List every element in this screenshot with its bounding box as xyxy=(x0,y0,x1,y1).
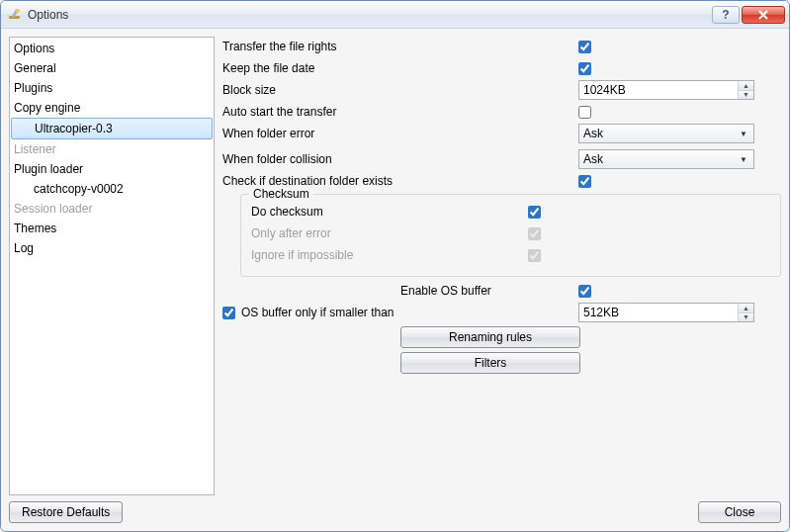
input-block-size[interactable] xyxy=(579,81,738,99)
label-os-buffer-smaller: OS buffer only if smaller than xyxy=(241,306,395,319)
row-os-buffer-smaller: OS buffer only if smaller than ▲▼ xyxy=(222,303,781,322)
checkbox-keep-date[interactable] xyxy=(578,62,591,75)
dropdown-folder-collision[interactable]: Ask xyxy=(578,149,754,169)
groupbox-checksum: Checksum Do checksum Only after error Ig… xyxy=(240,194,781,277)
label-only-after-error: Only after error xyxy=(251,226,528,240)
sidebar-item-options[interactable]: Options xyxy=(10,39,214,58)
filters-button[interactable]: Filters xyxy=(400,352,580,374)
checkbox-ignore-impossible xyxy=(528,249,541,262)
label-folder-error: When folder error xyxy=(222,127,578,140)
svg-point-2 xyxy=(16,9,20,13)
row-transfer-rights: Transfer the file rights xyxy=(222,37,781,56)
checksum-legend: Checksum xyxy=(249,187,313,201)
dropdown-folder-error-value: Ask xyxy=(583,127,603,140)
title-bar[interactable]: Options ? xyxy=(1,1,789,29)
row-folder-error: When folder error Ask xyxy=(222,124,781,143)
window-title: Options xyxy=(28,8,712,22)
spinbox-block-size[interactable]: ▲▼ xyxy=(578,80,754,100)
options-window: Options ? OptionsGeneralPluginsCopy engi… xyxy=(0,0,790,532)
label-keep-date: Keep the file date xyxy=(222,61,578,75)
sidebar-item-plugins[interactable]: Plugins xyxy=(10,78,214,98)
input-os-buffer-size[interactable] xyxy=(579,304,738,321)
row-auto-start: Auto start the transfer xyxy=(222,102,781,122)
row-keep-date: Keep the file date xyxy=(222,58,781,78)
app-icon xyxy=(7,7,23,23)
help-button[interactable]: ? xyxy=(712,6,740,24)
label-block-size: Block size xyxy=(222,83,578,97)
label-ignore-impossible: Ignore if impossible xyxy=(251,248,528,262)
sidebar-item-ultracopier-0-3[interactable]: Ultracopier-0.3 xyxy=(11,118,213,139)
label-check-dest: Check if destination folder exists xyxy=(222,174,578,188)
label-auto-start: Auto start the transfer xyxy=(222,105,578,119)
spin-os-buffer-buttons[interactable]: ▲▼ xyxy=(738,304,753,321)
checkbox-check-dest[interactable] xyxy=(578,175,591,188)
sidebar-item-copy-engine[interactable]: Copy engine xyxy=(10,98,214,118)
main-row: OptionsGeneralPluginsCopy engineUltracop… xyxy=(9,37,781,495)
client-area: OptionsGeneralPluginsCopy engineUltracop… xyxy=(1,29,789,531)
label-do-checksum: Do checksum xyxy=(251,205,528,219)
sidebar-item-session-loader: Session loader xyxy=(10,199,214,219)
row-only-after-error: Only after error xyxy=(251,222,770,244)
os-buffer-smaller-group: OS buffer only if smaller than xyxy=(222,306,578,319)
settings-panel: Transfer the file rights Keep the file d… xyxy=(222,37,781,495)
window-buttons: ? xyxy=(712,6,785,24)
close-button[interactable]: Close xyxy=(698,501,781,523)
sidebar-item-themes[interactable]: Themes xyxy=(10,219,214,238)
label-folder-collision: When folder collision xyxy=(222,152,578,166)
checkbox-auto-start[interactable] xyxy=(578,106,591,119)
spinbox-os-buffer-size[interactable]: ▲▼ xyxy=(578,303,754,322)
checkbox-os-buffer-smaller[interactable] xyxy=(222,307,235,319)
sidebar-item-general[interactable]: General xyxy=(10,58,214,78)
sidebar-item-log[interactable]: Log xyxy=(10,238,214,258)
row-filters: Filters xyxy=(222,352,781,374)
checkbox-transfer-rights[interactable] xyxy=(578,41,591,53)
row-folder-collision: When folder collision Ask xyxy=(222,149,781,169)
dropdown-folder-collision-value: Ask xyxy=(583,152,603,166)
sidebar-item-catchcopy-v0002[interactable]: catchcopy-v0002 xyxy=(10,179,214,199)
spin-block-size-buttons[interactable]: ▲▼ xyxy=(738,81,753,99)
bottom-bar: Restore Defaults Close xyxy=(9,495,781,523)
label-enable-os-buffer: Enable OS buffer xyxy=(400,284,578,298)
checkbox-only-after-error xyxy=(528,227,541,240)
checkbox-do-checksum[interactable] xyxy=(528,206,541,219)
row-ignore-impossible: Ignore if impossible xyxy=(251,244,770,266)
row-do-checksum: Do checksum xyxy=(251,201,770,222)
restore-defaults-button[interactable]: Restore Defaults xyxy=(9,501,123,523)
label-transfer-rights: Transfer the file rights xyxy=(222,40,578,53)
close-window-button[interactable] xyxy=(742,6,785,24)
sidebar-item-listener: Listener xyxy=(10,139,214,159)
dropdown-folder-error[interactable]: Ask xyxy=(578,124,754,143)
row-renaming-rules: Renaming rules xyxy=(222,326,781,348)
sidebar-item-plugin-loader[interactable]: Plugin loader xyxy=(10,159,214,179)
sidebar-tree[interactable]: OptionsGeneralPluginsCopy engineUltracop… xyxy=(9,37,215,495)
row-block-size: Block size ▲▼ xyxy=(222,80,781,100)
row-enable-os-buffer: Enable OS buffer xyxy=(222,281,781,301)
checkbox-enable-os-buffer[interactable] xyxy=(578,285,591,298)
renaming-rules-button[interactable]: Renaming rules xyxy=(400,326,580,348)
